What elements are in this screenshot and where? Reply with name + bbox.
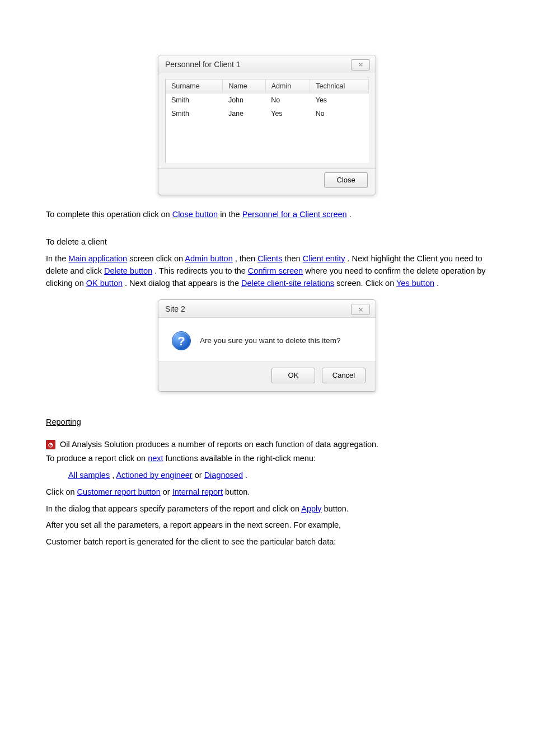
link-apply[interactable]: Apply: [301, 504, 321, 513]
report-icon: ◔: [46, 440, 55, 449]
table-header-row: Surname Name Admin Technical: [166, 79, 369, 93]
paragraph: To produce a report click on next functi…: [46, 453, 488, 465]
report-intro-text: Oil Analysis Solution produces a number …: [60, 439, 378, 451]
titlebar: Personnel for Client 1 ⤫: [158, 55, 376, 73]
titlebar: Site 2 ⤫: [158, 300, 376, 318]
col-technical[interactable]: Technical: [310, 79, 369, 93]
link-internal-report[interactable]: Internal report: [172, 487, 223, 496]
cancel-button[interactable]: Cancel: [322, 368, 366, 383]
link-actioned[interactable]: Actioned by engineer: [116, 471, 192, 480]
col-admin[interactable]: Admin: [265, 79, 310, 93]
confirm-message: Are you sure you want to delete this ite…: [200, 335, 340, 346]
paragraph: Customer batch report is generated for t…: [46, 536, 488, 548]
link-next[interactable]: next: [148, 454, 163, 463]
link-main-application[interactable]: Main application: [68, 254, 127, 263]
personnel-listview: Surname Name Admin Technical Smith John …: [165, 79, 369, 163]
link-client-entity[interactable]: Client entity: [303, 254, 345, 263]
close-icon[interactable]: ⤫: [351, 304, 370, 315]
link-confirm-screen[interactable]: Confirm screen: [248, 266, 303, 275]
link-customer-report[interactable]: Customer report button: [77, 487, 161, 496]
link-close-button[interactable]: Close button: [172, 210, 218, 219]
heading-reporting: Reporting: [46, 416, 488, 429]
ok-button[interactable]: OK: [271, 368, 315, 383]
link-yes-button[interactable]: Yes button: [396, 279, 434, 288]
dialog-title: Personnel for Client 1: [165, 59, 241, 71]
link-personnel-screen[interactable]: Personnel for a Client screen: [242, 210, 347, 219]
col-surname[interactable]: Surname: [166, 79, 223, 93]
table-row[interactable]: Smith Jane Yes No: [166, 107, 369, 120]
link-all-samples[interactable]: All samples: [68, 471, 110, 480]
paragraph-functions: All samples , Actioned by engineer or Di…: [46, 469, 488, 482]
link-delete-button[interactable]: Delete button: [104, 266, 152, 275]
link-ok-button[interactable]: OK button: [86, 279, 123, 288]
link-admin-button[interactable]: Admin button: [185, 254, 232, 263]
link-clients[interactable]: Clients: [257, 254, 282, 263]
link-diagnosed[interactable]: Diagnosed: [204, 471, 243, 480]
confirm-dialog: Site 2 ⤫ ? Are you sure you want to dele…: [158, 299, 376, 392]
table-row[interactable]: Smith John No Yes: [166, 93, 369, 106]
confirm-body: ? Are you sure you want to delete this i…: [158, 318, 376, 361]
paragraph: To complete this operation click on Clos…: [46, 209, 488, 221]
personnel-dialog: Personnel for Client 1 ⤫ Surname Name Ad…: [158, 55, 376, 195]
link-delete-relations[interactable]: Delete client-site relations: [241, 279, 334, 288]
close-button[interactable]: Close: [324, 172, 368, 188]
paragraph: In the Main application screen click on …: [46, 253, 488, 289]
close-icon[interactable]: ⤫: [351, 59, 370, 71]
paragraph: Click on Customer report button or Inter…: [46, 486, 488, 499]
dialog-footer: OK Cancel: [158, 361, 376, 391]
heading-delete-client: To delete a client: [46, 236, 488, 248]
report-intro-line: ◔ Oil Analysis Solution produces a numbe…: [46, 439, 488, 451]
paragraph: After you set all the parameters, a repo…: [46, 519, 488, 532]
paragraph: In the dialog that appears specify param…: [46, 503, 488, 515]
dialog-title: Site 2: [165, 303, 185, 315]
question-icon: ?: [172, 331, 191, 350]
dialog-footer: Close: [158, 168, 376, 195]
col-name[interactable]: Name: [223, 79, 265, 93]
